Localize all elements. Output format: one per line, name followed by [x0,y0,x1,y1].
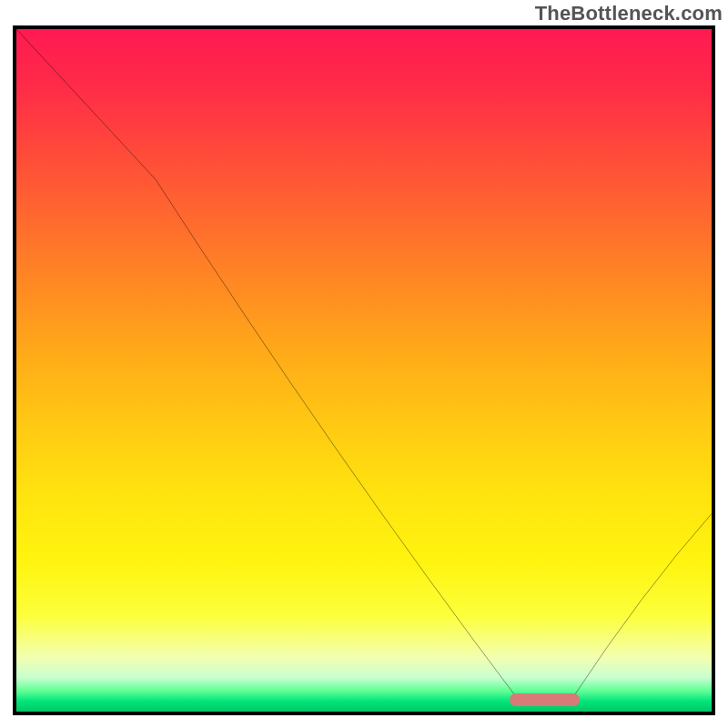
plot-area [13,25,715,715]
optimal-range-marker [510,693,579,706]
watermark-text: TheBottleneck.com [535,2,723,25]
bottleneck-curve [16,29,712,712]
chart-container: TheBottleneck.com [0,0,728,728]
